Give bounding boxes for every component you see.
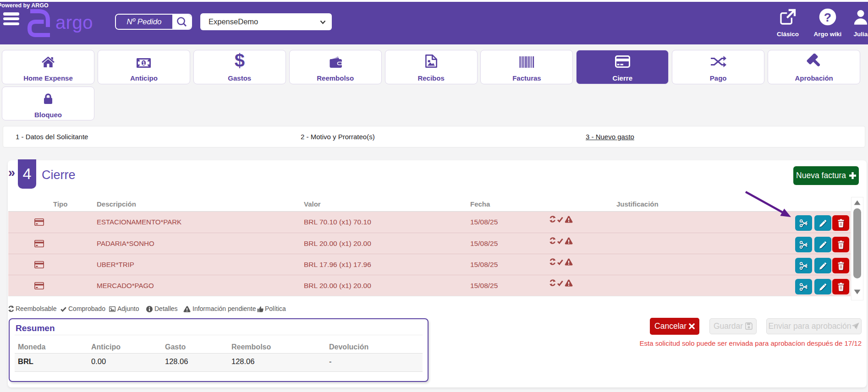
svg-text:1: 1: [143, 60, 146, 66]
svg-text:?: ?: [824, 11, 831, 24]
